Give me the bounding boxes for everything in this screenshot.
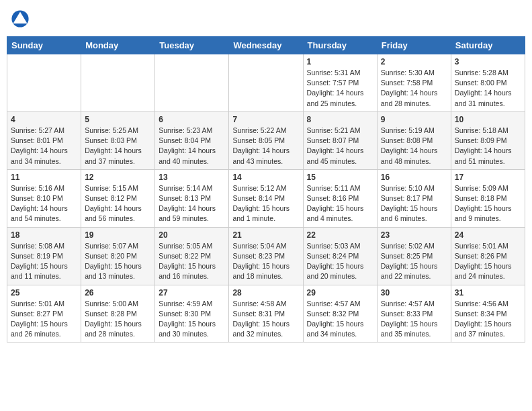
svg-rect-2 bbox=[16, 19, 24, 24]
logo bbox=[11, 9, 31, 28]
day-info: Sunrise: 5:04 AM Sunset: 8:23 PM Dayligh… bbox=[232, 241, 299, 282]
calendar-cell: 28Sunrise: 4:58 AM Sunset: 8:31 PM Dayli… bbox=[229, 285, 303, 342]
day-info: Sunrise: 4:56 AM Sunset: 8:34 PM Dayligh… bbox=[455, 299, 521, 340]
day-info: Sunrise: 4:57 AM Sunset: 8:32 PM Dayligh… bbox=[307, 299, 373, 340]
day-number: 17 bbox=[455, 173, 521, 182]
day-info: Sunrise: 5:05 AM Sunset: 8:22 PM Dayligh… bbox=[159, 241, 225, 282]
column-header-tuesday: Tuesday bbox=[155, 37, 229, 54]
day-number: 19 bbox=[85, 230, 151, 240]
calendar-header-row: SundayMondayTuesdayWednesdayThursdayFrid… bbox=[7, 37, 525, 54]
day-number: 15 bbox=[307, 173, 373, 182]
day-info: Sunrise: 5:02 AM Sunset: 8:25 PM Dayligh… bbox=[381, 241, 447, 282]
day-info: Sunrise: 5:14 AM Sunset: 8:13 PM Dayligh… bbox=[159, 183, 225, 224]
calendar-cell: 26Sunrise: 5:00 AM Sunset: 8:28 PM Dayli… bbox=[81, 285, 155, 342]
calendar-cell: 25Sunrise: 5:01 AM Sunset: 8:27 PM Dayli… bbox=[7, 285, 81, 342]
day-number: 31 bbox=[455, 288, 521, 298]
calendar-cell: 24Sunrise: 5:01 AM Sunset: 8:26 PM Dayli… bbox=[451, 227, 525, 285]
calendar-week-row: 1Sunrise: 5:31 AM Sunset: 7:57 PM Daylig… bbox=[7, 54, 525, 112]
calendar-cell: 2Sunrise: 5:30 AM Sunset: 7:58 PM Daylig… bbox=[377, 54, 451, 112]
calendar-cell: 3Sunrise: 5:28 AM Sunset: 8:00 PM Daylig… bbox=[451, 54, 525, 112]
calendar-cell: 20Sunrise: 5:05 AM Sunset: 8:22 PM Dayli… bbox=[155, 227, 229, 285]
day-number: 5 bbox=[85, 115, 151, 124]
day-number: 30 bbox=[381, 288, 447, 298]
calendar-cell bbox=[81, 54, 155, 112]
day-number: 8 bbox=[307, 115, 373, 124]
day-info: Sunrise: 4:58 AM Sunset: 8:31 PM Dayligh… bbox=[232, 299, 299, 340]
calendar-cell: 12Sunrise: 5:15 AM Sunset: 8:12 PM Dayli… bbox=[81, 169, 155, 227]
day-number: 29 bbox=[307, 288, 373, 298]
calendar-cell: 4Sunrise: 5:27 AM Sunset: 8:01 PM Daylig… bbox=[7, 111, 81, 169]
calendar-cell: 6Sunrise: 5:23 AM Sunset: 8:04 PM Daylig… bbox=[155, 111, 229, 169]
day-info: Sunrise: 4:57 AM Sunset: 8:33 PM Dayligh… bbox=[381, 299, 447, 340]
day-number: 22 bbox=[307, 230, 373, 240]
day-info: Sunrise: 4:59 AM Sunset: 8:30 PM Dayligh… bbox=[159, 299, 225, 340]
page-header bbox=[7, 7, 525, 31]
calendar-cell: 19Sunrise: 5:07 AM Sunset: 8:20 PM Dayli… bbox=[81, 227, 155, 285]
day-number: 23 bbox=[381, 230, 447, 240]
day-info: Sunrise: 5:22 AM Sunset: 8:05 PM Dayligh… bbox=[232, 126, 299, 167]
day-number: 26 bbox=[85, 288, 151, 298]
day-info: Sunrise: 5:16 AM Sunset: 8:10 PM Dayligh… bbox=[11, 183, 77, 224]
day-info: Sunrise: 5:08 AM Sunset: 8:19 PM Dayligh… bbox=[11, 241, 77, 282]
day-number: 13 bbox=[159, 173, 225, 182]
day-info: Sunrise: 5:30 AM Sunset: 7:58 PM Dayligh… bbox=[381, 68, 447, 109]
calendar-cell bbox=[155, 54, 229, 112]
day-number: 2 bbox=[381, 57, 447, 66]
day-info: Sunrise: 5:31 AM Sunset: 7:57 PM Dayligh… bbox=[307, 68, 373, 109]
day-number: 21 bbox=[232, 230, 299, 240]
logo-icon bbox=[11, 9, 30, 28]
calendar-cell: 14Sunrise: 5:12 AM Sunset: 8:14 PM Dayli… bbox=[229, 169, 303, 227]
day-info: Sunrise: 5:28 AM Sunset: 8:00 PM Dayligh… bbox=[455, 68, 521, 109]
calendar-cell: 18Sunrise: 5:08 AM Sunset: 8:19 PM Dayli… bbox=[7, 227, 81, 285]
calendar-cell: 10Sunrise: 5:18 AM Sunset: 8:09 PM Dayli… bbox=[451, 111, 525, 169]
column-header-monday: Monday bbox=[81, 37, 155, 54]
day-info: Sunrise: 5:01 AM Sunset: 8:26 PM Dayligh… bbox=[455, 241, 521, 282]
column-header-wednesday: Wednesday bbox=[229, 37, 303, 54]
column-header-saturday: Saturday bbox=[451, 37, 525, 54]
day-info: Sunrise: 5:18 AM Sunset: 8:09 PM Dayligh… bbox=[455, 126, 521, 167]
calendar-cell: 11Sunrise: 5:16 AM Sunset: 8:10 PM Dayli… bbox=[7, 169, 81, 227]
calendar-week-row: 25Sunrise: 5:01 AM Sunset: 8:27 PM Dayli… bbox=[7, 285, 525, 342]
calendar-week-row: 18Sunrise: 5:08 AM Sunset: 8:19 PM Dayli… bbox=[7, 227, 525, 285]
day-info: Sunrise: 5:21 AM Sunset: 8:07 PM Dayligh… bbox=[307, 126, 373, 167]
day-number: 11 bbox=[11, 173, 77, 182]
day-number: 9 bbox=[381, 115, 447, 124]
day-number: 27 bbox=[159, 288, 225, 298]
day-number: 20 bbox=[159, 230, 225, 240]
day-info: Sunrise: 5:01 AM Sunset: 8:27 PM Dayligh… bbox=[11, 299, 77, 340]
column-header-thursday: Thursday bbox=[303, 37, 377, 54]
day-number: 10 bbox=[455, 115, 521, 124]
day-number: 1 bbox=[307, 57, 373, 66]
day-info: Sunrise: 5:00 AM Sunset: 8:28 PM Dayligh… bbox=[85, 299, 151, 340]
calendar-cell: 23Sunrise: 5:02 AM Sunset: 8:25 PM Dayli… bbox=[377, 227, 451, 285]
calendar-cell: 5Sunrise: 5:25 AM Sunset: 8:03 PM Daylig… bbox=[81, 111, 155, 169]
calendar-cell: 22Sunrise: 5:03 AM Sunset: 8:24 PM Dayli… bbox=[303, 227, 377, 285]
day-info: Sunrise: 5:19 AM Sunset: 8:08 PM Dayligh… bbox=[381, 126, 447, 167]
day-number: 28 bbox=[232, 288, 299, 298]
day-info: Sunrise: 5:12 AM Sunset: 8:14 PM Dayligh… bbox=[232, 183, 299, 224]
day-number: 7 bbox=[232, 115, 299, 124]
day-info: Sunrise: 5:15 AM Sunset: 8:12 PM Dayligh… bbox=[85, 183, 151, 224]
day-number: 4 bbox=[11, 115, 77, 124]
calendar-cell: 30Sunrise: 4:57 AM Sunset: 8:33 PM Dayli… bbox=[377, 285, 451, 342]
calendar-cell: 16Sunrise: 5:10 AM Sunset: 8:17 PM Dayli… bbox=[377, 169, 451, 227]
calendar-cell: 29Sunrise: 4:57 AM Sunset: 8:32 PM Dayli… bbox=[303, 285, 377, 342]
day-info: Sunrise: 5:10 AM Sunset: 8:17 PM Dayligh… bbox=[381, 183, 447, 224]
day-number: 3 bbox=[455, 57, 521, 66]
calendar-cell bbox=[7, 54, 81, 112]
day-info: Sunrise: 5:27 AM Sunset: 8:01 PM Dayligh… bbox=[11, 126, 77, 167]
calendar-cell bbox=[229, 54, 303, 112]
column-header-sunday: Sunday bbox=[7, 37, 81, 54]
calendar-cell: 27Sunrise: 4:59 AM Sunset: 8:30 PM Dayli… bbox=[155, 285, 229, 342]
day-info: Sunrise: 5:07 AM Sunset: 8:20 PM Dayligh… bbox=[85, 241, 151, 282]
day-number: 12 bbox=[85, 173, 151, 182]
calendar-cell: 1Sunrise: 5:31 AM Sunset: 7:57 PM Daylig… bbox=[303, 54, 377, 112]
day-info: Sunrise: 5:11 AM Sunset: 8:16 PM Dayligh… bbox=[307, 183, 373, 224]
calendar-cell: 21Sunrise: 5:04 AM Sunset: 8:23 PM Dayli… bbox=[229, 227, 303, 285]
day-number: 16 bbox=[381, 173, 447, 182]
calendar-cell: 7Sunrise: 5:22 AM Sunset: 8:05 PM Daylig… bbox=[229, 111, 303, 169]
day-info: Sunrise: 5:23 AM Sunset: 8:04 PM Dayligh… bbox=[159, 126, 225, 167]
day-number: 14 bbox=[232, 173, 299, 182]
calendar-cell: 17Sunrise: 5:09 AM Sunset: 8:18 PM Dayli… bbox=[451, 169, 525, 227]
day-number: 24 bbox=[455, 230, 521, 240]
